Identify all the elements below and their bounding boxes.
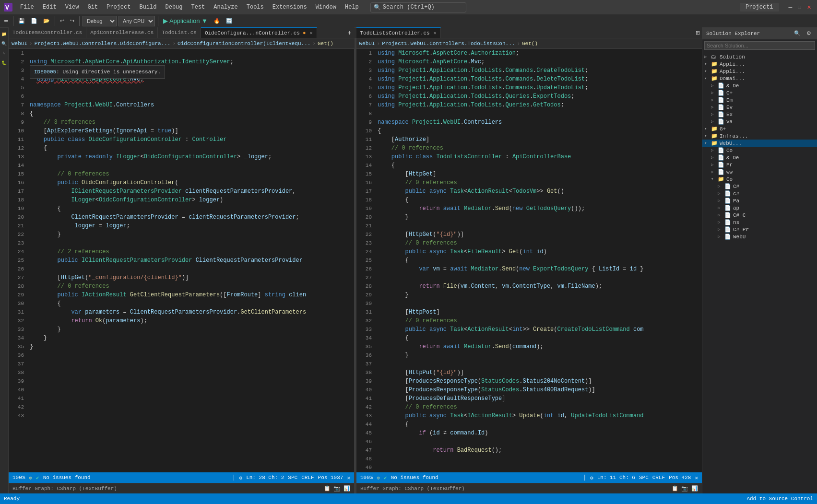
tab-todolist[interactable]: TodoList.cs — [158, 27, 201, 38]
menu-view[interactable]: View — [61, 3, 83, 12]
rbc-item-4[interactable]: Get() — [522, 41, 538, 47]
menu-help[interactable]: Help — [341, 3, 363, 12]
tree-item-cs1[interactable]: ▷ 📄 C# — [702, 183, 817, 190]
tree-item-pa[interactable]: ▷ 📄 Pa — [702, 197, 817, 204]
toolbar-back-button[interactable]: ⬅ — [2, 17, 10, 25]
bc-item-3[interactable]: OidcConfigurationController(IClientRequ.… — [178, 41, 310, 47]
bc-item-4[interactable]: Get() — [318, 41, 333, 47]
menu-file[interactable]: File — [16, 3, 38, 12]
right-buffer-bar: Buffer Graph: CSharp (TextBuffer) 📋 📷 📊 — [356, 483, 702, 493]
tree-label: Co — [726, 148, 733, 153]
platform-dropdown[interactable]: Any CPU — [118, 16, 155, 26]
bc-item-1[interactable]: WebUI — [12, 41, 27, 47]
tab-add-button[interactable]: + — [344, 27, 354, 38]
rbc-item-1[interactable]: WebUI — [359, 41, 375, 47]
tree-item-ap[interactable]: ▷ 📄 ap — [702, 204, 817, 211]
left-close-x[interactable]: ✕ — [347, 475, 350, 481]
tree-item-cspr[interactable]: ▷ 📄 C# Pr — [702, 226, 817, 233]
menu-debug[interactable]: Debug — [161, 3, 186, 12]
tree-item-em[interactable]: ▷ 📄 Em — [702, 96, 817, 104]
tree-item-solution[interactable]: ▷ 🗂 Solution — [702, 53, 817, 60]
toolbar-open-button[interactable]: 📂 — [41, 17, 52, 25]
left-filter-icon[interactable]: ⚙ — [239, 475, 243, 481]
tree-item-appli1[interactable]: ▾ 📁 Appli... — [702, 60, 817, 68]
debug-mode-dropdown[interactable]: Debug Release — [83, 16, 117, 26]
tree-item-domain[interactable]: ▾ 📁 Domai... — [702, 75, 817, 82]
minimize-button[interactable]: ─ — [787, 3, 794, 11]
toolbar-new-file-button[interactable]: 📄 — [29, 17, 39, 25]
tree-item-de[interactable]: ▷ 📄 & De — [702, 82, 817, 89]
tree-item-de2[interactable]: ▷ 📄 & De — [702, 154, 817, 161]
tree-item-g[interactable]: ▾ 📁 G+ — [702, 125, 817, 132]
menu-edit[interactable]: Edit — [39, 3, 60, 12]
run-button[interactable]: ▶ Application ▼ — [161, 16, 210, 25]
menu-window[interactable]: Window — [312, 3, 340, 12]
tab-apicontrollerbase[interactable]: ApiControllerBase.cs — [86, 27, 158, 38]
tree-item-webui[interactable]: ▾ 📁 WebU... — [702, 140, 817, 147]
rbc-item-2[interactable]: Project1.WebUI.Controllers.TodoListsCon.… — [382, 41, 515, 47]
menu-build[interactable]: Build — [135, 3, 160, 12]
toolbar-redo-button[interactable]: ↪ — [68, 17, 76, 25]
expand-icon: ▷ — [718, 227, 724, 232]
left-buffer-icons[interactable]: 📋 📷 📊 — [324, 485, 350, 492]
tree-item-infra[interactable]: ▾ 📁 Infras... — [702, 132, 817, 140]
close-button[interactable]: ✕ — [805, 3, 813, 12]
activity-explorer[interactable]: 📁 — [0, 30, 9, 38]
tree-item-ww[interactable]: ▷ 📄 ww — [702, 168, 817, 176]
add-source-control-label[interactable]: Add to Source Control — [746, 496, 813, 502]
attach-button[interactable]: 🔥 — [212, 17, 222, 25]
right-code-area[interactable]: 1234567891011121314151617181920212223242… — [356, 49, 702, 472]
tree-item-webu[interactable]: ▷ 📄 WebU — [702, 233, 817, 240]
left-code-area[interactable]: 1234567891011121314151617181920212223242… — [9, 49, 354, 472]
activity-debug[interactable]: 🐛 — [0, 59, 9, 67]
restart-button[interactable]: 🔄 — [224, 17, 235, 25]
tree-item-csc[interactable]: ▷ 📄 C# C — [702, 211, 817, 219]
menu-analyze[interactable]: Analyze — [210, 3, 241, 12]
menu-git[interactable]: Git — [83, 3, 102, 12]
split-btn-right[interactable]: ⊞ — [694, 27, 702, 38]
toolbar: ⬅ 💾 📄 📂 ↩ ↪ Debug Release Any CPU ▶ Appl… — [0, 14, 817, 28]
tree-item-c+[interactable]: ▷ 📄 C+ — [702, 89, 817, 96]
tree-item-ev[interactable]: ▷ 📄 Ev — [702, 104, 817, 111]
tree-item-va[interactable]: ▷ 📄 Va — [702, 118, 817, 125]
tree-item-pr[interactable]: ▷ 📄 Pr — [702, 161, 817, 168]
split-editors: 1234567891011121314151617181920212223242… — [9, 49, 702, 493]
search-placeholder: Search (Ctrl+Q) — [383, 4, 435, 11]
tree-item-ex[interactable]: ▷ 📄 Ex — [702, 111, 817, 118]
solution-explorer-options-btn[interactable]: ⚙ — [805, 29, 813, 37]
tree-item-ns[interactable]: ▷ 📄 ns — [702, 219, 817, 226]
menu-project[interactable]: Project — [103, 3, 134, 12]
maximize-button[interactable]: □ — [796, 3, 803, 11]
tab-close-icon-right[interactable]: ✕ — [434, 30, 437, 36]
expand-icon: ▷ — [718, 220, 724, 225]
tab-close-icon[interactable]: ✕ — [310, 30, 313, 36]
file-icon: 📄 — [718, 104, 725, 110]
tab-oidcconfig[interactable]: OidcConfigura...nController.cs ● ✕ — [201, 27, 317, 38]
tree-label: C+ — [726, 90, 733, 96]
toolbar-save-button[interactable]: 💾 — [16, 17, 27, 25]
tree-item-co-folder[interactable]: ▾ 📁 Co — [702, 176, 817, 183]
bc-item-2[interactable]: Project1.WebUI.Controllers.OidcConfigura… — [35, 41, 171, 47]
tree-label: Appli... — [720, 69, 745, 74]
right-filter-icon[interactable]: ⚙ — [590, 475, 593, 481]
solution-search-input[interactable] — [704, 41, 815, 50]
tree-item-co[interactable]: ▷ 📄 Co — [702, 147, 817, 154]
expand-icon: ▾ — [704, 141, 711, 146]
menu-bar: File Edit View Git Project Build Debug T… — [16, 3, 363, 12]
tab-todolistscontroller[interactable]: TodoListsController.cs ✕ — [356, 27, 441, 38]
tab-todoitemscontroller[interactable]: TodoItemsController.cs — [9, 27, 86, 38]
right-close-x[interactable]: ✕ — [695, 475, 698, 481]
activity-search[interactable]: 🔍 — [0, 39, 9, 48]
menu-extensions[interactable]: Extensions — [269, 3, 311, 12]
right-buffer-icons[interactable]: 📋 📷 📊 — [672, 485, 698, 492]
menu-tools[interactable]: Tools — [243, 3, 268, 12]
tab-label: TodoListsController.cs — [360, 30, 430, 36]
activity-git[interactable]: ⑂ — [0, 49, 9, 58]
global-search-box[interactable]: 🔍 Search (Ctrl+Q) — [370, 2, 466, 12]
menu-test[interactable]: Test — [188, 3, 209, 12]
tree-item-cs2[interactable]: ▷ 📄 c# — [702, 190, 817, 197]
toolbar-undo-button[interactable]: ↩ — [58, 17, 66, 25]
tree-item-appli2[interactable]: ▾ 📁 Appli... — [702, 68, 817, 75]
left-no-issues-icon: ✔ — [36, 475, 39, 481]
solution-explorer-search-btn[interactable]: 🔍 — [792, 29, 803, 37]
